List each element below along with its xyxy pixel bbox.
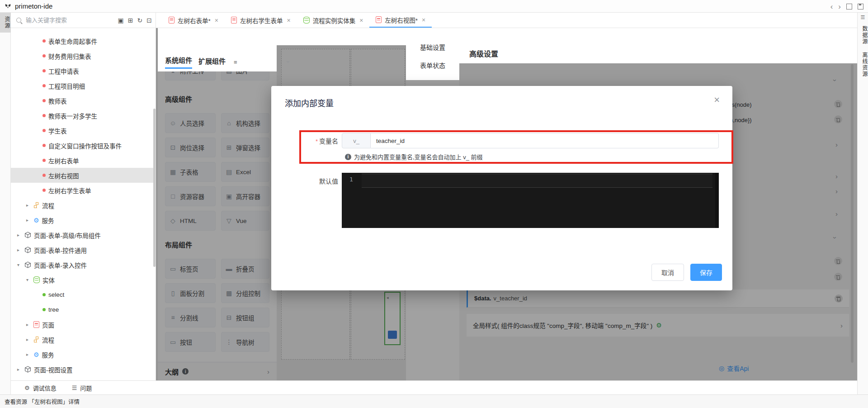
tree-item-process[interactable]: ▸流程 bbox=[11, 198, 156, 213]
expand-arrow-icon[interactable]: ▸ bbox=[26, 203, 33, 208]
issues-item[interactable]: ☰ 问题 bbox=[72, 384, 92, 392]
expand-arrow-icon[interactable]: ▸ bbox=[26, 352, 33, 357]
save-button[interactable]: 保存 bbox=[690, 264, 722, 281]
leaf-dot-icon bbox=[42, 308, 46, 311]
expand-arrow-icon[interactable]: ▸ bbox=[26, 322, 33, 327]
tree-item[interactable]: 教师表一对多学生 bbox=[11, 108, 156, 123]
tree-item[interactable]: 左树右学生表单 bbox=[11, 183, 156, 198]
nav-forward-icon[interactable]: › bbox=[838, 3, 841, 10]
expand-arrow-icon[interactable]: ▸ bbox=[26, 218, 33, 223]
nav-back-icon[interactable]: ‹ bbox=[830, 3, 833, 10]
default-value-code-editor[interactable]: 1 bbox=[342, 173, 719, 228]
palette-tab-system[interactable]: 系统组件 bbox=[165, 55, 192, 69]
dock-tab-offline-resources[interactable]: 离线资源 bbox=[858, 48, 868, 81]
dialog-title: 添加内部变量 bbox=[285, 97, 334, 109]
package-icon bbox=[24, 366, 31, 373]
tab-left-tree-view[interactable]: 左树右视图* × bbox=[369, 13, 432, 28]
tree-item-view-settings[interactable]: ▸页面-视图设置 bbox=[11, 362, 156, 377]
tab-label: 左树右表单* bbox=[178, 16, 211, 25]
dock-tab-datasource[interactable]: 数据源 bbox=[858, 22, 868, 48]
collapse-all-icon[interactable]: ⊡ bbox=[146, 17, 152, 24]
gear-icon: ⚙ bbox=[33, 217, 39, 223]
tab-basic-settings[interactable]: 基础设置 bbox=[406, 38, 459, 56]
new-folder-icon[interactable]: ⊞ bbox=[128, 17, 133, 24]
expand-arrow-icon[interactable]: ▸ bbox=[17, 247, 24, 252]
canvas-header bbox=[277, 28, 406, 45]
tree-item-tree[interactable]: tree bbox=[11, 302, 156, 317]
app-logo-icon bbox=[5, 3, 11, 9]
gear-icon: ⚙ bbox=[33, 351, 39, 358]
tab-label: 左树右学生表单 bbox=[240, 16, 283, 25]
tree-item[interactable]: 自定义窗口操作按钮及事件 bbox=[11, 138, 156, 153]
variable-name-input[interactable] bbox=[371, 133, 719, 148]
tree-scrollbar[interactable] bbox=[153, 109, 156, 267]
expand-arrow-icon[interactable]: ▸ bbox=[17, 367, 24, 372]
form-icon bbox=[376, 16, 382, 23]
tree-item-service[interactable]: ▸⚙服务 bbox=[11, 213, 156, 228]
close-tab-icon[interactable]: × bbox=[359, 17, 363, 24]
search-icon bbox=[16, 18, 21, 23]
dock-tab-resources[interactable]: 资源 bbox=[0, 13, 11, 33]
panel-title: 高级设置 bbox=[469, 48, 498, 59]
cancel-button[interactable]: 取消 bbox=[651, 264, 684, 281]
collapse-arrow-icon[interactable]: ▾ bbox=[26, 277, 33, 282]
form-icon bbox=[33, 321, 39, 328]
close-tab-icon[interactable]: × bbox=[287, 17, 290, 24]
debug-icon: ⚙ bbox=[24, 384, 30, 391]
tab-left-tree-form[interactable]: 左树右表单* × bbox=[162, 13, 225, 28]
app-title: primeton-ide bbox=[15, 2, 52, 10]
tree-item[interactable]: 工程项目明细 bbox=[11, 78, 156, 93]
tree-item-package-expanded[interactable]: ▾页面-表单-录入控件 bbox=[11, 257, 156, 272]
tree-item-package[interactable]: ▸页面-表单-控件通用 bbox=[11, 242, 156, 257]
close-tab-icon[interactable]: × bbox=[215, 17, 218, 24]
tree-item[interactable]: 教师表 bbox=[11, 93, 156, 108]
tree-item-entity[interactable]: ▾实体 bbox=[11, 272, 156, 287]
tree-item-process[interactable]: ▸流程 bbox=[11, 332, 156, 347]
restore-window-icon[interactable] bbox=[846, 4, 852, 9]
required-mark: * bbox=[316, 138, 318, 145]
tab-label: 左树右视图* bbox=[385, 15, 418, 24]
collapse-arrow-icon[interactable]: ▾ bbox=[17, 262, 24, 267]
debug-info-item[interactable]: ⚙ 调试信息 bbox=[24, 384, 57, 392]
form-dot-icon bbox=[42, 84, 46, 87]
save-icon[interactable] bbox=[858, 4, 863, 9]
tree-item-select[interactable]: select bbox=[11, 287, 156, 302]
status-text: 查看资源 「左树右视图」详情 bbox=[5, 397, 80, 406]
form-dot-icon bbox=[42, 159, 46, 162]
palette-tab-extension[interactable]: 扩展组件 bbox=[198, 56, 226, 68]
expand-arrow-icon[interactable]: ▸ bbox=[17, 232, 24, 237]
advanced-settings-header: 高级设置 bbox=[459, 28, 857, 63]
tab-form-state[interactable]: 表单状态 bbox=[406, 56, 459, 74]
search-input[interactable] bbox=[25, 16, 94, 24]
form-icon bbox=[169, 17, 175, 24]
refresh-icon[interactable]: ↻ bbox=[137, 17, 143, 24]
dock-menu-icon[interactable]: ☰ bbox=[858, 13, 868, 22]
tree-item[interactable]: 左树右表单 bbox=[11, 153, 156, 168]
tree-item[interactable]: 财务费用归集表 bbox=[11, 48, 156, 63]
tree-item-package[interactable]: ▸页面-表单-高级/布局组件 bbox=[11, 228, 156, 242]
tree-item[interactable]: 学生表 bbox=[11, 123, 156, 138]
editor-tab-bar: 左树右表单* × 左树右学生表单 × 流程实例实体集 × 左树右视图* × bbox=[156, 13, 857, 28]
properties-tabs: 基础设置 表单状态 bbox=[406, 28, 459, 80]
package-icon bbox=[24, 247, 31, 253]
tree-item-selected[interactable]: 左树右视图 bbox=[11, 168, 156, 183]
tree-item[interactable]: 工程申请表 bbox=[11, 63, 156, 78]
close-tab-icon[interactable]: × bbox=[422, 16, 425, 24]
form-dot-icon bbox=[42, 144, 46, 147]
expand-arrow-icon[interactable]: ▸ bbox=[26, 337, 33, 342]
variable-prefix: v_ bbox=[342, 133, 371, 148]
left-dock: 资源 bbox=[0, 13, 11, 408]
package-icon bbox=[24, 232, 31, 238]
locate-file-icon[interactable]: ▣ bbox=[118, 17, 124, 24]
hint-text: 为避免和内置变量重名,变量名会自动加上 v_ 前缀 bbox=[354, 152, 483, 161]
palette-menu-icon[interactable]: ≡ bbox=[234, 59, 237, 66]
tree-item-page[interactable]: ▸页面 bbox=[11, 317, 156, 332]
process-icon bbox=[33, 337, 39, 342]
palette-collapse-icon[interactable]: › bbox=[285, 61, 292, 63]
tab-process-instance-entity[interactable]: 流程实例实体集 × bbox=[297, 13, 370, 28]
tab-label: 流程实例实体集 bbox=[313, 16, 356, 25]
close-dialog-icon[interactable]: × bbox=[714, 95, 720, 105]
tab-left-tree-student-form[interactable]: 左树右学生表单 × bbox=[225, 13, 297, 28]
tree-item[interactable]: 表单生命周起事件 bbox=[11, 33, 156, 48]
tree-item-service[interactable]: ▸⚙服务 bbox=[11, 347, 156, 362]
